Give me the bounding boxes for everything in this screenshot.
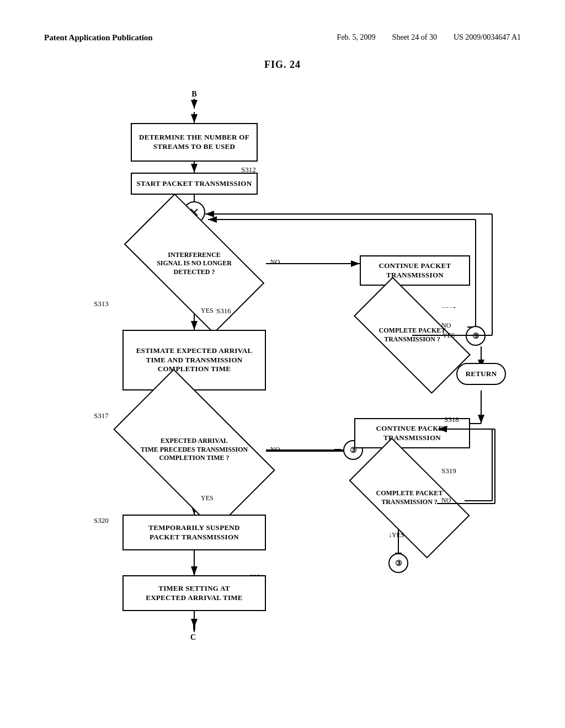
connector-3-bot: ③ bbox=[388, 553, 408, 573]
box7-text: TIMER SETTING ATEXPECTED ARRIVAL TIME bbox=[146, 584, 243, 603]
b-label: B bbox=[191, 90, 196, 99]
s317-label: S317 bbox=[94, 411, 109, 420]
box-start-transmission: START PACKET TRANSMISSION bbox=[131, 173, 258, 195]
diamond1-text: INTERFERENCESIGNAL IS NO LONGERDETECTED … bbox=[157, 251, 232, 277]
publication-title: Patent Application Publication bbox=[44, 33, 153, 42]
box6-text: TEMPORARILY SUSPENDPACKET TRANSMISSION bbox=[148, 523, 239, 542]
figure-title: FIG. 24 bbox=[44, 59, 521, 71]
diamond-expected-arrival: EXPECTED ARRIVALTIME PRECEDES TRANSMISSI… bbox=[122, 407, 266, 493]
s318-label: S318 bbox=[444, 415, 459, 424]
c-label: C bbox=[190, 633, 196, 642]
box2-text: START PACKET TRANSMISSION bbox=[137, 179, 252, 189]
flowchart: B S311 DETERMINE THE NUMBER OFSTREAMS TO… bbox=[45, 82, 520, 677]
diamond3-text: EXPECTED ARRIVALTIME PRECEDES TRANSMISSI… bbox=[141, 437, 248, 463]
box1-text: DETERMINE THE NUMBER OFSTREAMS TO BE USE… bbox=[139, 133, 249, 152]
s320-label: S320 bbox=[94, 516, 109, 525]
yes-label-4: ↓YES bbox=[388, 531, 404, 539]
page-header: Patent Application Publication Feb. 5, 2… bbox=[44, 33, 521, 42]
header-sheet: Sheet 24 of 30 bbox=[392, 33, 437, 42]
header-date: Feb. 5, 2009 bbox=[337, 33, 376, 42]
box-timer: TIMER SETTING ATEXPECTED ARRIVAL TIME bbox=[122, 575, 266, 611]
header-right: Feb. 5, 2009 Sheet 24 of 30 US 2009/0034… bbox=[337, 33, 521, 42]
diamond4-text: COMPLETE PACKETTRANSMISSION ? bbox=[376, 489, 443, 506]
box-determine-streams: DETERMINE THE NUMBER OFSTREAMS TO BE USE… bbox=[131, 123, 258, 162]
flowchart-arrows bbox=[45, 82, 520, 677]
yes-label-3: YES bbox=[201, 494, 214, 502]
header-patent: US 2009/0034647 A1 bbox=[454, 33, 521, 42]
connector-b: B bbox=[183, 90, 205, 109]
return-text: RETURN bbox=[466, 370, 497, 379]
diamond2-text: COMPLETE PACKETTRANSMISSION ? bbox=[379, 326, 446, 344]
box-suspend: TEMPORARILY SUSPENDPACKET TRANSMISSION bbox=[122, 515, 266, 550]
